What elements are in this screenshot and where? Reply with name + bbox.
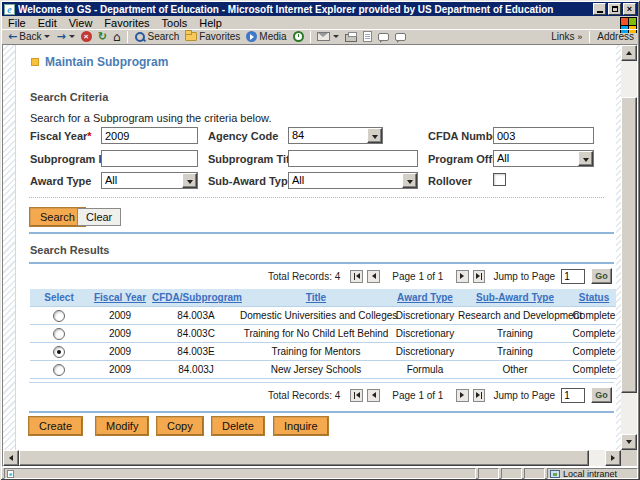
history-icon	[293, 31, 304, 42]
history-button[interactable]	[290, 30, 307, 43]
select-radio[interactable]	[53, 346, 65, 358]
vertical-scroll-thumb[interactable]	[621, 97, 637, 393]
menu-help[interactable]: Help	[193, 17, 228, 29]
column-title[interactable]: Title	[240, 292, 392, 303]
column-cfda-subprogram[interactable]: CFDA/Subprogram	[152, 292, 240, 303]
menu-edit[interactable]: Edit	[32, 17, 63, 29]
subprogram-id-input[interactable]	[101, 150, 198, 167]
discuss-button[interactable]	[375, 30, 392, 43]
dropdown-arrow-icon[interactable]	[182, 173, 197, 188]
sub-award-type-label: Sub-Award Type	[208, 175, 294, 187]
table-header-row: Select Fiscal Year CFDA/Subprogram Title…	[30, 289, 616, 307]
document-icon: e	[7, 470, 14, 478]
print-button[interactable]	[342, 30, 360, 43]
media-button[interactable]: Media	[243, 30, 289, 43]
menu-file[interactable]: File	[2, 17, 32, 29]
scroll-left-button[interactable]	[3, 450, 19, 466]
search-label: Search	[148, 31, 180, 42]
horizontal-scrollbar[interactable]	[3, 450, 621, 466]
links-toolbar[interactable]: Links »	[547, 31, 586, 42]
subprogram-title-input[interactable]	[288, 150, 418, 167]
horizontal-scroll-thumb[interactable]	[19, 450, 589, 466]
forward-dropdown-icon[interactable]	[69, 35, 75, 38]
media-icon	[246, 31, 257, 42]
program-office-select[interactable]: All	[493, 150, 594, 167]
page-background: Maintain Subprogram Search Criteria Sear…	[3, 45, 621, 450]
search-results-table: Select Fiscal Year CFDA/Subprogram Title…	[30, 289, 616, 379]
scroll-right-button[interactable]	[605, 450, 621, 466]
menu-favorites[interactable]: Favorites	[98, 17, 155, 29]
mail-button[interactable]	[314, 30, 342, 43]
minimize-icon	[597, 11, 603, 13]
previous-page-button[interactable]	[367, 389, 380, 402]
home-button[interactable]	[110, 30, 124, 43]
go-button[interactable]: Go	[591, 387, 612, 403]
next-page-button[interactable]	[456, 270, 469, 283]
stop-button[interactable]	[78, 30, 95, 43]
last-page-button[interactable]	[473, 389, 486, 402]
messenger-button[interactable]	[392, 30, 409, 43]
rollover-checkbox[interactable]	[493, 173, 506, 186]
create-button[interactable]: Create	[29, 417, 82, 435]
sub-award-type-select[interactable]: All	[288, 172, 418, 189]
back-button[interactable]: Back	[5, 30, 53, 43]
column-award-type[interactable]: Award Type	[392, 292, 458, 303]
delete-button[interactable]: Delete	[212, 417, 264, 435]
first-page-button[interactable]	[350, 270, 363, 283]
menu-view[interactable]: View	[63, 17, 99, 29]
agency-code-select[interactable]: 84	[288, 127, 383, 144]
first-page-button[interactable]	[350, 389, 363, 402]
back-dropdown-icon[interactable]	[44, 35, 50, 38]
vertical-scrollbar[interactable]	[621, 45, 637, 450]
dropdown-arrow-icon[interactable]	[402, 173, 417, 188]
modify-button[interactable]: Modify	[96, 417, 148, 435]
jump-to-page-input[interactable]	[561, 388, 585, 403]
next-page-button[interactable]	[456, 389, 469, 402]
previous-page-button[interactable]	[367, 270, 380, 283]
column-status[interactable]: Status	[572, 292, 616, 303]
go-button[interactable]: Go	[591, 268, 612, 284]
cfda-number-input[interactable]	[493, 127, 594, 144]
restore-button[interactable]	[608, 3, 621, 15]
inquire-button[interactable]: Inquire	[274, 417, 328, 435]
minimize-button[interactable]	[593, 3, 606, 15]
column-sub-award-type[interactable]: Sub-Award Type	[458, 292, 572, 303]
select-radio[interactable]	[53, 310, 65, 322]
dropdown-arrow-icon[interactable]	[578, 151, 593, 166]
edit-button[interactable]	[360, 30, 375, 43]
scrollbar-corner	[621, 450, 637, 466]
dotted-divider	[29, 197, 604, 198]
scroll-up-button[interactable]	[621, 45, 637, 61]
scroll-down-button[interactable]	[621, 434, 637, 450]
jump-to-page-input[interactable]	[561, 269, 585, 284]
select-radio[interactable]	[53, 328, 65, 340]
select-radio[interactable]	[53, 364, 65, 376]
award-type-select[interactable]: All	[101, 172, 198, 189]
toolbar-separator	[589, 31, 590, 43]
forward-button[interactable]	[53, 30, 77, 43]
dropdown-arrow-icon[interactable]	[367, 128, 382, 143]
title-bar: e Welcome to GS - Department of Educatio…	[2, 2, 638, 16]
menu-tools[interactable]: Tools	[156, 17, 194, 29]
search-results-heading: Search Results	[30, 244, 109, 256]
media-label: Media	[259, 31, 286, 42]
search-button-toolbar[interactable]: Search	[131, 30, 183, 43]
last-page-button[interactable]	[473, 270, 486, 283]
local-intranet-icon	[550, 470, 560, 478]
mail-dropdown-icon[interactable]	[333, 35, 339, 38]
clear-button[interactable]: Clear	[77, 208, 121, 226]
table-row: 2009 84.003A Domestic Universities and C…	[30, 307, 616, 325]
close-button[interactable]: ×	[623, 3, 636, 15]
favorites-button[interactable]: Favorites	[182, 30, 243, 43]
mail-icon	[317, 32, 330, 41]
status-pane	[478, 468, 499, 479]
discuss-icon	[378, 33, 389, 41]
window-title: Welcome to GS - Department of Education …	[18, 4, 593, 15]
fiscal-year-input[interactable]	[101, 127, 198, 144]
column-fiscal-year[interactable]: Fiscal Year	[88, 292, 152, 303]
status-main-pane: e	[4, 468, 476, 479]
cfda-number-label: CFDA Number	[428, 130, 503, 142]
copy-button[interactable]: Copy	[157, 417, 203, 435]
refresh-button[interactable]	[95, 30, 110, 43]
address-toolbar[interactable]: Address	[593, 31, 638, 42]
